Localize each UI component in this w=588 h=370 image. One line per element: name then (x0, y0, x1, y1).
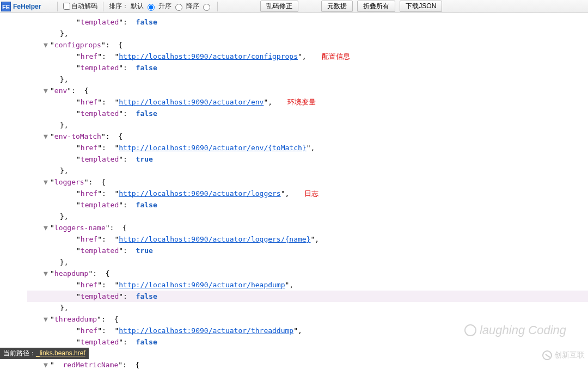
collapse-all-button[interactable]: 折叠所有 (357, 1, 395, 12)
json-line: }, (27, 211, 588, 222)
brand-icon (542, 350, 552, 360)
annotation: 配置信息 (322, 52, 350, 60)
href-link[interactable]: http://localhost:9090/actuator/loggers (119, 189, 280, 198)
auto-decode-input[interactable] (63, 3, 70, 10)
href-link[interactable]: http://localhost:9090/actuator/configpro… (119, 52, 298, 60)
json-line: ▼"env-toMatch": { (27, 131, 588, 142)
href-link[interactable]: http://localhost:9090/actuator/threaddum… (119, 326, 293, 335)
sort-asc-radio[interactable] (175, 4, 182, 11)
watermark: 创新互联 (542, 350, 585, 360)
caret-icon[interactable]: ▼ (44, 176, 50, 188)
json-viewer: "templated": false }, ▼"configprops": {"… (0, 13, 588, 370)
json-line: }, (27, 73, 588, 85)
annotation: 日志 (304, 189, 318, 198)
href-link[interactable]: http://localhost:9090/actuator/heapdump (119, 281, 285, 289)
json-line: "templated": false (27, 291, 588, 302)
divider (103, 2, 103, 11)
caret-icon[interactable]: ▼ (44, 85, 50, 96)
json-line: }, (27, 302, 588, 313)
auto-decode-label: 自动解码 (71, 2, 97, 11)
json-line: }, (27, 119, 588, 131)
sort-default[interactable]: 默认 (131, 2, 156, 11)
json-line: "href": "http://localhost:9090/actuator/… (27, 188, 588, 199)
json-line: "templated": false (27, 16, 588, 28)
href-link[interactable]: {name} (285, 235, 311, 243)
json-line: }, (27, 348, 588, 359)
wechat-icon (464, 324, 476, 336)
json-line: "templated": false (27, 199, 588, 211)
metadata-button[interactable]: 元数据 (321, 1, 353, 12)
json-line: ▼"xxredMetricName": { (27, 359, 588, 370)
json-line: }, (27, 256, 588, 268)
caret-icon[interactable]: ▼ (44, 222, 50, 233)
sort-desc-radio[interactable] (203, 4, 210, 11)
json-line: "href": "http://localhost:9090/actuator/… (27, 142, 588, 153)
sort-radio-group: 默认 升序 降序 (131, 2, 212, 11)
json-line: "templated": false (27, 62, 588, 73)
caret-icon[interactable]: ▼ (44, 39, 50, 51)
status-path[interactable]: _links.beans.href (36, 349, 85, 357)
status-bar: 当前路径：_links.beans.href (0, 348, 89, 359)
logo-icon: FE (1, 2, 11, 11)
app-name: FeHelper (13, 3, 41, 10)
href-link[interactable]: {toMatch} (268, 144, 306, 152)
href-link[interactable]: http://localhost:9090/actuator/env/ (119, 144, 268, 152)
json-line: ▼"configprops": { (27, 39, 588, 51)
sort-desc[interactable]: 降序 (186, 2, 212, 11)
json-line: ▼"heapdump": { (27, 268, 588, 279)
caret-icon[interactable]: ▼ (44, 131, 50, 142)
sort-asc[interactable]: 升序 (158, 2, 184, 11)
json-line: "templated": false (27, 108, 588, 119)
status-label: 当前路径： (3, 349, 36, 357)
json-line: "templated": false (27, 336, 588, 348)
annotation: 环境变量 (287, 98, 316, 106)
auto-decode-checkbox[interactable]: 自动解码 (63, 2, 97, 11)
json-line: ▼"env": { (27, 85, 588, 96)
fix-encoding-button[interactable]: 乱码修正 (260, 1, 298, 12)
json-line: "href": "http://localhost:9090/actuator/… (27, 279, 588, 291)
href-link[interactable]: http://localhost:9090/actuator/loggers/ (119, 235, 285, 243)
href-link[interactable]: http://localhost:9090/actuator/env (119, 98, 264, 106)
toolbar: FE FeHelper 自动解码 排序： 默认 升序 降序 乱码修正 元数据 折… (0, 0, 588, 13)
json-line: }, (27, 28, 588, 39)
caret-icon[interactable]: ▼ (44, 359, 50, 370)
json-line: "templated": true (27, 153, 588, 165)
json-line: }, (27, 165, 588, 176)
sort-label: 排序： (109, 2, 128, 11)
json-line: "href": "http://localhost:9090/actuator/… (27, 51, 588, 62)
json-line: ▼"loggers-name": { (27, 222, 588, 233)
caret-icon[interactable]: ▼ (44, 268, 50, 279)
sort-default-radio[interactable] (148, 4, 155, 11)
caret-icon[interactable]: ▼ (44, 313, 50, 325)
divider (57, 2, 58, 11)
watermark: laughing Coding (464, 323, 566, 337)
divider (217, 2, 218, 11)
json-line: "href": "http://localhost:9090/actuator/… (27, 233, 588, 245)
json-line: "href": "http://localhost:9090/actuator/… (27, 96, 588, 108)
json-line: ▼"loggers": { (27, 176, 588, 188)
json-line: "templated": true (27, 245, 588, 256)
download-json-button[interactable]: 下载JSON (400, 1, 442, 12)
